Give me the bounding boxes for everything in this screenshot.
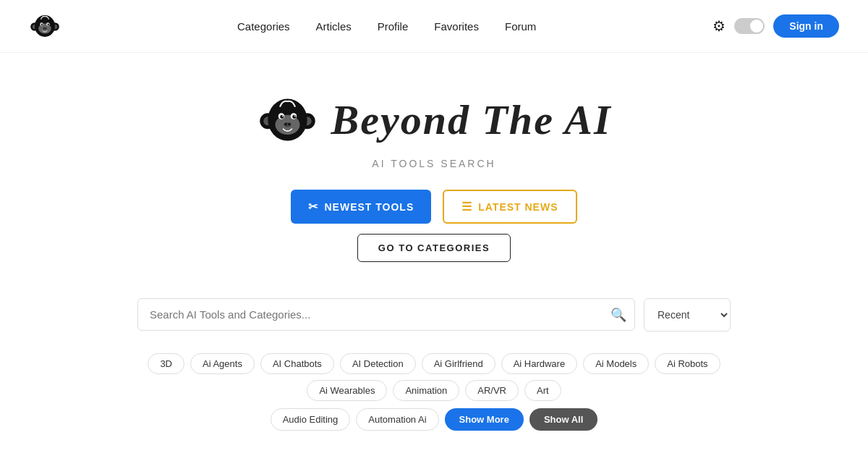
hero-monkey-icon (257, 89, 318, 151)
tag-item[interactable]: AR/VR (465, 380, 519, 401)
nav-articles[interactable]: Articles (316, 20, 352, 33)
nav-profile[interactable]: Profile (378, 20, 409, 33)
search-section: 🔍 Recent Popular Name (0, 284, 868, 353)
reset-section: Reset Search Results (0, 445, 868, 456)
scissors-icon: ✂ (308, 200, 318, 214)
search-icon: 🔍 (610, 308, 626, 322)
logo-icon (29, 10, 61, 42)
news-icon: ☰ (461, 200, 472, 214)
hero-brand: Beyond The AI (257, 89, 612, 151)
tag-item[interactable]: Ai Models (583, 353, 649, 374)
go-to-categories-button[interactable]: GO TO CATEGORIES (357, 234, 511, 262)
svg-point-26 (294, 116, 295, 117)
newest-tools-button[interactable]: ✂ NEWEST TOOLS (291, 190, 431, 224)
tag-item[interactable]: AI Chatbots (260, 353, 334, 374)
svg-point-8 (41, 23, 43, 25)
latest-news-button[interactable]: ☰ LATEST NEWS (443, 190, 576, 224)
nav-forum[interactable]: Forum (505, 20, 536, 33)
tag-item[interactable]: Ai Agents (190, 353, 255, 374)
tag-item[interactable]: Animation (393, 380, 459, 401)
nav-favorites[interactable]: Favorites (434, 20, 479, 33)
tag-item[interactable]: Audio Editing (271, 408, 351, 431)
search-input[interactable] (137, 298, 635, 331)
search-row: 🔍 Recent Popular Name (137, 298, 731, 332)
hero-buttons: ✂ NEWEST TOOLS ☰ LATEST NEWS (291, 190, 576, 224)
show-more-button[interactable]: Show More (445, 408, 524, 431)
main-nav: Categories Articles Profile Favorites Fo… (237, 20, 536, 33)
theme-toggle[interactable] (734, 18, 765, 34)
tag-item[interactable]: Ai Hardware (501, 353, 578, 374)
tags-row-2: Audio EditingAutomation AiShow MoreShow … (271, 408, 598, 431)
show-all-button[interactable]: Show All (529, 408, 597, 431)
svg-point-11 (48, 24, 49, 25)
tag-item[interactable]: Automation Ai (356, 408, 438, 431)
tag-item[interactable]: Art (524, 380, 561, 401)
hero-title: Beyond The AI (331, 99, 612, 141)
hero-subtitle: AI TOOLS SEARCH (372, 158, 495, 169)
nav-categories[interactable]: Categories (237, 20, 290, 33)
header-right: ⚙ Sign in (712, 14, 839, 38)
tag-item[interactable]: Ai Wearables (307, 380, 387, 401)
logo-area (29, 10, 61, 42)
svg-point-10 (42, 24, 43, 25)
search-icon-button[interactable]: 🔍 (610, 307, 626, 323)
tag-item[interactable]: Ai Robots (655, 353, 720, 374)
tags-section: 3DAi AgentsAI ChatbotsAI DetectionAi Gir… (0, 353, 868, 445)
tags-row-1: 3DAi AgentsAI ChatbotsAI DetectionAi Gir… (109, 353, 760, 401)
svg-point-13 (43, 28, 45, 29)
hero-section: Beyond The AI AI TOOLS SEARCH ✂ NEWEST T… (0, 53, 868, 284)
gear-icon[interactable]: ⚙ (712, 17, 726, 35)
header: Categories Articles Profile Favorites Fo… (0, 0, 868, 53)
tag-item[interactable]: Ai Girlfriend (422, 353, 495, 374)
sort-select[interactable]: Recent Popular Name (644, 298, 731, 332)
svg-point-28 (284, 123, 286, 125)
svg-point-14 (45, 28, 46, 29)
svg-point-24 (292, 115, 296, 119)
sign-in-button[interactable]: Sign in (773, 14, 839, 38)
search-wrapper: 🔍 (137, 298, 635, 332)
svg-point-9 (48, 23, 50, 25)
svg-point-25 (281, 116, 283, 117)
tag-item[interactable]: AI Detection (340, 353, 416, 374)
tag-item[interactable]: 3D (148, 353, 184, 374)
svg-point-29 (288, 123, 290, 125)
svg-point-23 (280, 115, 284, 119)
